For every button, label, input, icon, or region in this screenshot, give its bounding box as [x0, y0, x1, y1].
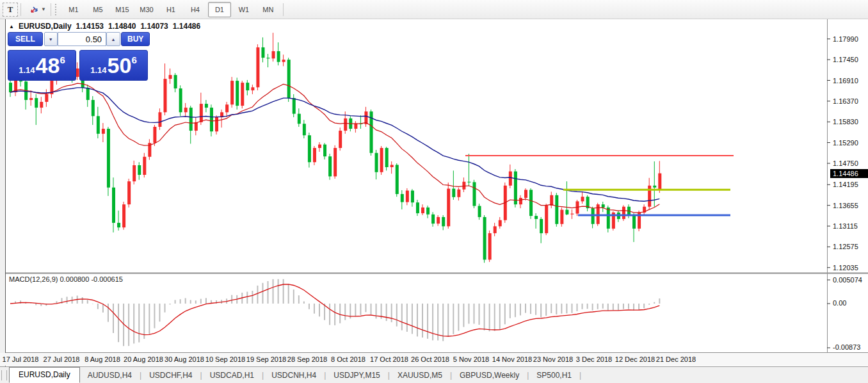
tab-gbpusd-weekly[interactable]: GBPUSD,Weekly [452, 369, 527, 382]
tab-xauusd-m5[interactable]: XAUUSD,M5 [390, 369, 450, 382]
candle [241, 83, 244, 106]
candle [354, 124, 357, 129]
timeframe-button-m1[interactable]: M1 [62, 2, 85, 17]
one-click-trade-panel: SELL ▼ ▲ BUY 1.14 48 6 1.14 50 6 [8, 32, 150, 81]
candle [396, 165, 399, 194]
macd-scale-bottom: -0.00873 [833, 343, 860, 351]
collapse-icon[interactable]: ▲ [9, 24, 14, 29]
timeframe-button-d1[interactable]: D1 [208, 2, 231, 17]
tab-scroll-grip[interactable] [1, 370, 7, 380]
macd-scale-zero: 0.00 [833, 299, 846, 307]
timeframe-button-h1[interactable]: H1 [159, 2, 182, 17]
bid-sup: 6 [60, 54, 65, 65]
ohlc-low: 1.14073 [140, 22, 168, 31]
candle [236, 81, 239, 106]
text-tool-button[interactable]: T [3, 3, 18, 17]
date-label: 5 Nov 2018 [453, 355, 489, 363]
candle [169, 75, 172, 79]
macd-indicator-label: MACD(12,26,9) 0.000800 -0.000615 [9, 275, 123, 283]
candle [225, 104, 229, 112]
candle [658, 174, 661, 190]
candle [230, 81, 234, 104]
date-label: 17 Oct 2018 [370, 355, 408, 363]
ask-price-panel[interactable]: 1.14 50 6 [79, 50, 148, 81]
ask-sup: 6 [131, 54, 136, 65]
chevron-down-icon: ▼ [49, 37, 53, 42]
tab-usdcnh-h4[interactable]: USDCNH,H4 [264, 369, 324, 382]
double-arrow-button[interactable]: ▼ [28, 3, 48, 17]
sell-button[interactable]: SELL [8, 32, 43, 46]
bid-price-panel[interactable]: 1.14 48 6 [8, 50, 76, 81]
tab-usdcad-h1[interactable]: USDCAD,H1 [202, 369, 262, 382]
timeframe-button-h4[interactable]: H4 [184, 2, 207, 17]
volume-decrease-button[interactable]: ▼ [44, 32, 58, 46]
date-label: 8 Aug 2018 [84, 355, 120, 363]
price-tick-label: 1.16370 [833, 97, 858, 105]
candle [437, 217, 440, 224]
candle [153, 127, 156, 143]
volume-input[interactable] [58, 32, 106, 46]
price-tick-label: 1.12035 [833, 264, 858, 272]
candle [555, 195, 558, 224]
ask-big: 50 [108, 54, 132, 76]
candle [565, 210, 568, 215]
date-label: 17 Jul 2018 [3, 355, 39, 363]
candle [529, 190, 533, 216]
top-toolbar: T ▼ M1M5M15M30H1H4D1W1MN [0, 0, 868, 19]
candle [298, 114, 301, 124]
tab-audusd-h4[interactable]: AUDUSD,H4 [80, 369, 140, 382]
candle [514, 172, 517, 205]
price-tick-label: 1.16910 [833, 77, 858, 85]
tab-sp500-h1[interactable]: SP500,H1 [529, 369, 579, 382]
ohlc-open: 1.14153 [76, 22, 104, 31]
price-tick-label: 1.14750 [833, 159, 858, 167]
buy-button[interactable]: BUY [121, 32, 150, 46]
macd-panel [10, 279, 659, 346]
timeframe-button-w1[interactable]: W1 [232, 2, 255, 17]
timeframe-button-m15[interactable]: M15 [111, 2, 134, 17]
macd-scale-top: 0.005074 [833, 276, 862, 284]
symbol-title: EURUSD,Daily [19, 22, 72, 31]
timeframe-button-m30[interactable]: M30 [135, 2, 158, 17]
candle [452, 189, 455, 197]
price-tick-label: 1.17990 [833, 35, 858, 43]
timeframe-button-mn[interactable]: MN [257, 2, 280, 17]
candle [339, 131, 342, 148]
candle [488, 233, 492, 259]
ask-prefix: 1.14 [90, 65, 106, 75]
candle [473, 182, 476, 206]
toolbar-separator [283, 3, 284, 16]
candle [92, 100, 95, 116]
tab-eurusd-daily[interactable]: EURUSD,Daily [9, 367, 80, 383]
candle [122, 204, 125, 227]
chart-tab-bar: EURUSD,DailyAUDUSD,H4|USDCHF,H4|USDCAD,H… [0, 366, 868, 383]
timeframe-button-m5[interactable]: M5 [86, 2, 109, 17]
volume-increase-button[interactable]: ▲ [106, 32, 120, 46]
candle [287, 60, 291, 98]
chevron-down-icon[interactable]: ▼ [41, 6, 46, 12]
date-axis[interactable]: 17 Jul 201827 Jul 20188 Aug 201820 Aug 2… [0, 353, 868, 366]
candle [251, 87, 254, 90]
candle [267, 58, 270, 58]
price-scale[interactable]: 1.179901.174501.169101.163701.158301.152… [828, 19, 868, 352]
candle [509, 172, 512, 186]
candle [478, 206, 481, 217]
tab-separator: | [579, 371, 581, 380]
candle [622, 207, 625, 219]
bid-big: 48 [36, 54, 60, 76]
candle [344, 118, 347, 131]
tab-usdjpy-m15[interactable]: USDJPY,M15 [326, 369, 387, 382]
price-tick-label: 1.14195 [833, 181, 858, 188]
double-arrow-icon [29, 5, 39, 14]
candle [447, 189, 450, 227]
toolbar-separator [20, 3, 21, 16]
candle [607, 208, 610, 229]
candle [457, 190, 460, 197]
candle [97, 116, 100, 134]
candle [277, 51, 280, 62]
candle [648, 186, 651, 207]
candle [328, 156, 332, 176]
toolbar-grip[interactable] [55, 4, 59, 15]
bid-prefix: 1.14 [19, 65, 35, 75]
tab-usdchf-h4[interactable]: USDCHF,H4 [141, 369, 200, 382]
